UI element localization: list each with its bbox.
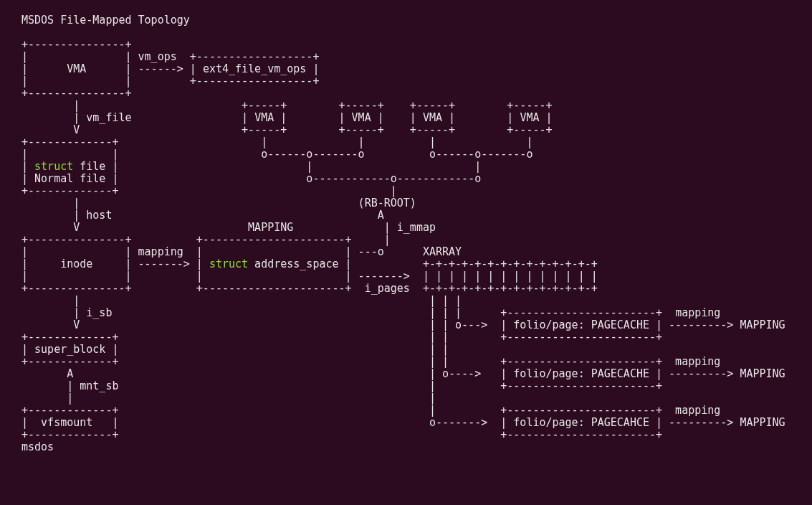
host-label: host <box>86 209 112 222</box>
i-mmap-label: i_mmap <box>397 221 436 234</box>
i-pages-label: i_pages <box>365 282 410 295</box>
mapping-center-label: MAPPING <box>248 221 293 234</box>
mnt-sb-label: mnt_sb <box>80 379 118 392</box>
rb-root-label: (RB-ROOT) <box>358 197 416 209</box>
mapping-arrow-label: mapping <box>138 245 183 258</box>
vfsmount-box: vfsmount <box>41 416 92 429</box>
super-block-box: super_block <box>34 343 105 356</box>
vm-file-label: vm_file <box>86 111 131 124</box>
inode-box: inode <box>60 258 92 270</box>
struct-keyword: struct <box>34 160 73 173</box>
footer-label: msdos <box>22 440 54 453</box>
xarray-label: XARRAY <box>423 245 462 258</box>
i-sb-label: i_sb <box>86 306 112 319</box>
ext4-ops-box: ext4_file_vm_ops <box>203 62 307 75</box>
vma-box: VMA <box>67 62 86 75</box>
ascii-diagram: MSDOS File-Mapped Topology +------------… <box>0 0 812 453</box>
vm-ops-label: vm_ops <box>138 50 177 63</box>
diagram-title: MSDOS File-Mapped Topology <box>22 14 190 27</box>
